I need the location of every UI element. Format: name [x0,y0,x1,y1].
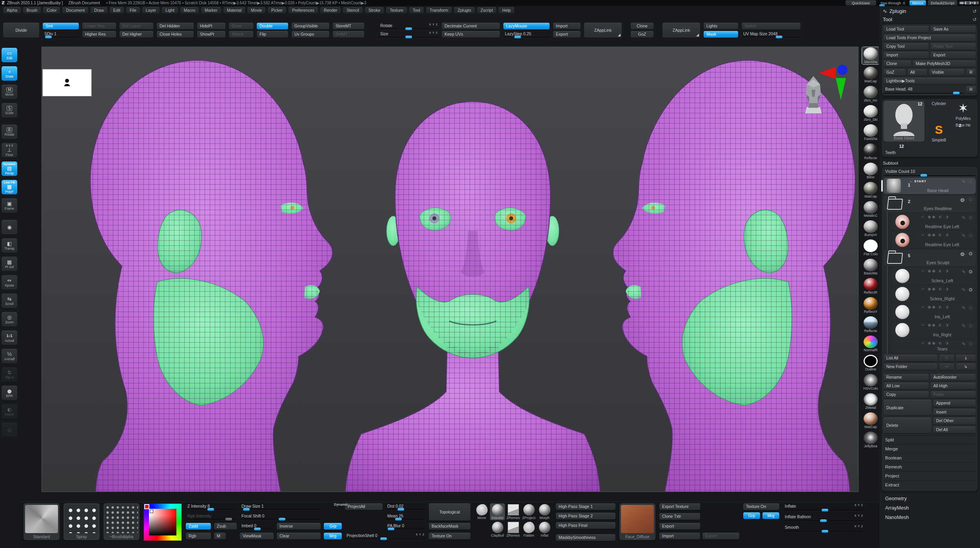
lower-res-button[interactable]: Lower Res [82,23,116,29]
goz-button[interactable]: GoZ [631,31,653,38]
menu-item[interactable]: Help [499,7,514,13]
quick-brush[interactable]: Morph [537,503,552,520]
left-tool-button[interactable]: ＋ Draw [2,66,17,81]
import-button[interactable]: Import [659,533,700,539]
clone-button[interactable]: Clone [631,23,653,29]
lazymouse-button[interactable]: LazyMouse [503,23,550,29]
brush-icon[interactable]: ✎ [962,323,965,328]
material-item[interactable]: ZMetal [862,393,879,410]
menu-item[interactable]: Alpha [3,7,21,13]
left-tool-button[interactable]: ⇆ Scroll [2,294,17,308]
autoreorder-button[interactable]: AutoReorder [931,374,976,381]
brush-icon[interactable]: ✎ [962,197,965,202]
export-texture-button[interactable]: Export Texture [659,503,700,510]
color-picker[interactable] [143,503,182,541]
menu-item[interactable]: Zplugin [454,7,474,13]
axis-z-icon[interactable] [837,65,848,75]
rgb-button[interactable]: Rgb [186,533,211,539]
grow-button[interactable]: Grow [229,23,253,29]
subtool-row[interactable]: ↩ ●● ◐ ◑ ⚙ ✎ ⊙ Iris_Left [892,304,976,320]
group-visible-button[interactable]: GroupVisible [292,23,329,29]
quick-brush[interactable]: ZRemes [506,521,521,538]
document-canvas[interactable] [41,46,859,492]
subtool-row[interactable]: ↩ ●● ◐ ◑ ⚙ ✎ ⊙ Realtime Eye Left [892,214,976,230]
high-pass-button[interactable]: High Pass Stage 1 [556,503,615,510]
material-item[interactable]: Blinn [862,162,879,180]
material-item[interactable]: BasicMa [862,258,879,276]
palette-row[interactable]: NanoMesh [881,513,978,522]
rgb-intensity-slider[interactable]: Rgb Intensity [186,513,237,520]
eye-icon[interactable]: ⊙ [969,179,973,184]
material-item[interactable]: JellyBea [862,431,879,448]
menu-item[interactable]: Light [162,7,178,13]
storemt-button[interactable]: StoreMT [333,23,364,29]
left-tool-button[interactable]: R Rotate [2,125,17,139]
reset-icon[interactable]: ↺ [973,9,976,14]
menu-item[interactable]: Zscript [477,7,497,13]
material-item[interactable]: SkinSha [862,47,879,64]
r-button[interactable]: R [966,86,976,93]
quick-brush[interactable]: Flatten [521,521,536,538]
m-button[interactable]: M [214,533,226,539]
brush-selector[interactable]: Standard [24,503,60,540]
left-tool-button[interactable]: ▣ Frame [2,198,17,213]
menu-item[interactable]: Marker [201,7,221,13]
left-tool-button[interactable]: ◐ Invers [2,404,17,419]
zapplink-button[interactable]: ZAppLink [584,23,622,38]
left-tool-button[interactable]: X Y Z ⊥ Floor [2,143,17,158]
focal-shift-slider[interactable]: Focal Shift 0 [240,513,321,520]
material-item[interactable]: Flat Colo [862,239,879,256]
tool-thumbnail[interactable]: S SimpleB [927,122,951,142]
duplicate-button[interactable]: Duplicate [884,400,931,416]
brush-icon[interactable]: ✎ [962,287,965,292]
smooth-slider[interactable]: SmoothX Y Z [783,524,864,532]
menu-item[interactable]: Tool [409,7,424,13]
clone-tool-button[interactable]: Clone [884,60,911,67]
load-tool-button[interactable]: Load Tool [884,26,929,33]
import-tool-button[interactable]: Import [884,52,929,58]
section-row[interactable]: Merge [884,444,976,453]
quick-brush[interactable]: Inflat [537,521,552,538]
base-head-slider[interactable]: Base Head. 48 [884,86,964,94]
dock-left-icon[interactable]: ◧ [964,1,968,5]
inflate-slider[interactable]: InflateX Y Z [783,503,864,511]
brush-icon[interactable]: ✎ [962,215,965,220]
quick-brush[interactable]: ZProject [521,503,536,520]
double-button[interactable]: Double [257,23,288,29]
eye-icon[interactable]: ⊙ [969,197,973,202]
z-intensity-slider[interactable]: Z Intensity 8 [186,503,237,510]
left-tool-button[interactable]: M Move [2,85,17,99]
clear-button[interactable]: Clear [277,533,321,539]
import-button[interactable]: Import [553,23,581,29]
saturation-value-square[interactable] [149,509,176,535]
lazystep-slider[interactable]: LazyStep 0.25 [503,31,550,38]
keep-uvs-button[interactable]: Keep UVs [442,31,500,38]
material-item[interactable]: zbro_mc [862,85,879,103]
eye-icon[interactable]: ⊙ [969,287,973,292]
material-item[interactable]: Reflecte [862,143,879,160]
rotate-slider[interactable]: RotateX Y Z [379,23,438,29]
clone-txtr-button[interactable]: Clone Txtr [659,513,700,520]
menu-item[interactable]: Layer [142,7,160,13]
sdiv-slider[interactable]: SDiv 1 [43,31,79,38]
zsub-button[interactable]: Zsub [214,523,237,530]
export-button[interactable]: Export [553,31,581,38]
flip-button[interactable]: Flip [257,31,288,38]
showpt-button[interactable]: ShowPt [197,31,225,38]
switch-button[interactable]: Switch [742,23,800,29]
projectionshell-slider[interactable]: ProjectionShell 0X Y Z [345,533,425,539]
lightbox-tools-button[interactable]: Lightbox▶Tools [884,78,976,84]
zapplink-button-2[interactable]: ZAppLink [662,23,700,38]
insert-button[interactable]: Insert [933,409,976,416]
eye-icon[interactable]: ⊙ [969,341,973,347]
mean-slider[interactable]: Mean 25 [386,513,425,520]
mask-button[interactable]: Mask [704,31,738,38]
tool-thumbnail[interactable]: Cylinder [927,101,951,121]
subtool-row[interactable]: ↩ ●● ◐ ◑ ⚙ ✎ ⊙ Tears [892,340,976,352]
lights-button[interactable]: Lights [704,23,738,29]
mrg-button-2[interactable]: Mrg [762,512,779,519]
brush-icon[interactable]: ✎ [962,179,965,184]
alpha-selector[interactable]: ~BrushAlpha [103,503,140,540]
material-item[interactable]: ReflectR [862,278,879,295]
brush-icon[interactable]: ✎ [962,341,965,347]
